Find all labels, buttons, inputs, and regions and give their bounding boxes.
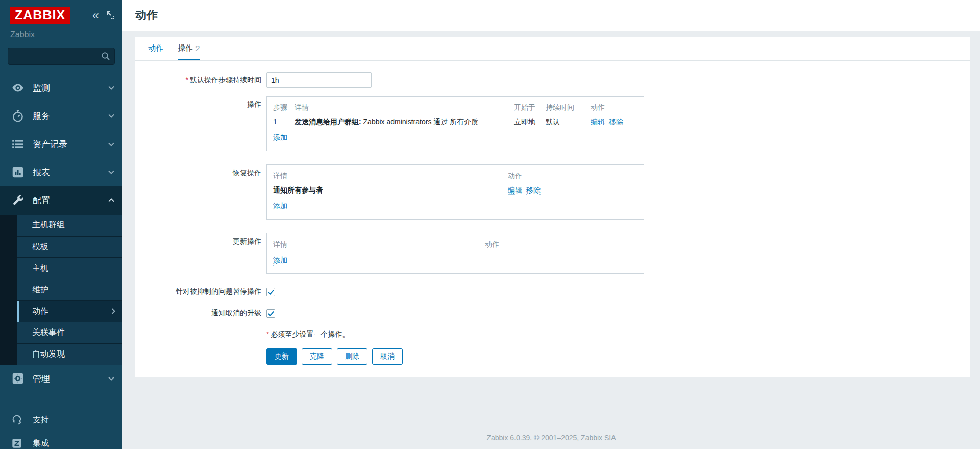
- zabbix-logo[interactable]: ZABBIX: [10, 7, 70, 24]
- pause-suppressed-row: 针对被抑制的问题暂停操作: [148, 287, 958, 296]
- notify-canceled-checkbox[interactable]: [266, 309, 275, 318]
- col-action: 动作: [485, 240, 638, 249]
- sidebar-item-inventory[interactable]: 资产记录: [0, 130, 122, 158]
- submenu-item-hosts[interactable]: 主机: [17, 257, 122, 279]
- delete-button[interactable]: 删除: [337, 348, 368, 365]
- wrench-icon: [11, 194, 24, 207]
- z-icon: [11, 438, 22, 449]
- search-input[interactable]: [8, 48, 115, 65]
- sidebar-item-support[interactable]: 支持: [0, 408, 122, 432]
- sidebar-item-label: 资产记录: [33, 138, 108, 150]
- sidebar-footer-menu: 支持 集成: [0, 408, 122, 449]
- add-update-operation-link[interactable]: 添加: [273, 256, 287, 266]
- update-operations-table: 详情 动作 添加: [266, 233, 644, 274]
- default-duration-input[interactable]: [266, 72, 372, 88]
- page-title: 动作: [135, 8, 158, 23]
- sidebar: ZABBIX « Zabbix 监测 服务: [0, 0, 122, 449]
- chevron-down-icon: [108, 170, 114, 174]
- zabbix-sia-link[interactable]: Zabbix SIA: [581, 434, 616, 442]
- sidebar-item-configuration[interactable]: 配置: [0, 186, 122, 215]
- pause-suppressed-label: 针对被抑制的问题暂停操作: [148, 287, 266, 296]
- col-action: 动作: [591, 103, 638, 112]
- required-note: *必须至少设置一个操作。: [266, 330, 349, 339]
- chevron-down-icon: [108, 114, 114, 118]
- stopwatch-icon: [11, 109, 24, 123]
- sidebar-header: ZABBIX «: [0, 0, 122, 27]
- submenu-item-maintenance[interactable]: 维护: [17, 279, 122, 300]
- sidebar-item-administration[interactable]: 管理: [0, 365, 122, 393]
- submenu-item-host-groups[interactable]: 主机群组: [17, 215, 122, 236]
- tab-label: 操作: [178, 43, 193, 53]
- tab-label: 动作: [148, 43, 163, 53]
- remove-link[interactable]: 移除: [526, 186, 541, 195]
- chevron-down-icon: [108, 86, 114, 90]
- sidebar-item-integrations[interactable]: 集成: [0, 432, 122, 449]
- sidebar-item-label: 管理: [33, 373, 108, 385]
- brand-name: Zabbix: [0, 27, 122, 40]
- submenu-item-templates[interactable]: 模板: [17, 236, 122, 257]
- sidebar-item-label: 监测: [33, 82, 108, 94]
- recovery-table-header: 详情 动作: [273, 169, 638, 183]
- collapse-sidebar-icon[interactable]: «: [92, 9, 99, 21]
- headset-icon: [11, 414, 22, 426]
- pause-suppressed-checkbox[interactable]: [266, 288, 275, 296]
- sidebar-item-label: 服务: [33, 110, 108, 122]
- col-action: 动作: [508, 172, 638, 181]
- recovery-operations-label: 恢复操作: [148, 164, 266, 178]
- sidebar-item-label: 集成: [33, 438, 114, 449]
- bar-chart-icon: [11, 166, 24, 179]
- submenu-item-discovery[interactable]: 自动发现: [17, 343, 122, 365]
- sidebar-item-reports[interactable]: 报表: [0, 158, 122, 186]
- sidebar-item-services[interactable]: 服务: [0, 102, 122, 130]
- recovery-operations-table: 详情 动作 通知所有参与者 编辑移除 添加: [266, 164, 644, 220]
- sidebar-item-monitoring[interactable]: 监测: [0, 74, 122, 102]
- clone-button[interactable]: 克隆: [302, 348, 332, 365]
- cancel-button[interactable]: 取消: [372, 348, 403, 365]
- gear-icon: [11, 372, 24, 385]
- operations-table: 步骤 详情 开始于 持续时间 动作 1 发送消息给用户群组: Zabbix ad…: [266, 96, 644, 151]
- remove-link[interactable]: 移除: [609, 117, 623, 126]
- sidebar-item-label: 报表: [33, 167, 108, 178]
- col-duration: 持续时间: [546, 103, 591, 112]
- submenu-item-label: 动作: [32, 306, 111, 317]
- tab-bar: 动作 操作 2: [135, 37, 970, 61]
- operation-step: 1: [273, 117, 295, 126]
- tab-action[interactable]: 动作: [148, 37, 163, 60]
- edit-link[interactable]: 编辑: [591, 117, 605, 126]
- default-duration-label: *默认操作步骤持续时间: [148, 76, 266, 85]
- operation-type: 发送消息给用户群组:: [295, 117, 361, 126]
- submenu-item-label: 关联事件: [32, 327, 115, 338]
- col-step: 步骤: [273, 103, 295, 112]
- operation-duration: 默认: [546, 117, 591, 127]
- operations-table-header: 步骤 详情 开始于 持续时间 动作: [273, 101, 638, 115]
- chevron-down-icon: [108, 142, 114, 146]
- operation-table-row: 1 发送消息给用户群组: Zabbix administrators 通过 所有…: [273, 115, 638, 129]
- submenu-item-label: 主机群组: [32, 220, 115, 230]
- col-details: 详情: [273, 172, 508, 181]
- sidebar-menu: 监测 服务 资产记录 报表: [0, 74, 122, 393]
- col-start-in: 开始于: [514, 103, 546, 112]
- action-edit-card: 动作 操作 2 *默认操作步骤持续时间 操作 步骤: [135, 37, 970, 377]
- update-operations-label: 更新操作: [148, 233, 266, 246]
- submenu-item-event-correlation[interactable]: 关联事件: [17, 322, 122, 343]
- add-recovery-operation-link[interactable]: 添加: [273, 202, 287, 211]
- col-details: 详情: [295, 103, 514, 112]
- operation-details: 发送消息给用户群组: Zabbix administrators 通过 所有介质: [295, 117, 514, 127]
- edit-link[interactable]: 编辑: [508, 186, 522, 195]
- expand-sidebar-icon[interactable]: [106, 11, 115, 20]
- page-footer: Zabbix 6.0.39. © 2001–2025, Zabbix SIA: [122, 434, 980, 449]
- submenu-item-actions[interactable]: 动作: [17, 300, 122, 322]
- add-operation-link[interactable]: 添加: [273, 133, 287, 143]
- recovery-table-row: 通知所有参与者 编辑移除: [273, 183, 638, 198]
- required-asterisk: *: [186, 76, 188, 84]
- update-button[interactable]: 更新: [266, 348, 297, 365]
- recovery-operations-row: 恢复操作 详情 动作 通知所有参与者 编辑移除 添加: [148, 164, 958, 220]
- note-row: *必须至少设置一个操作。: [148, 330, 958, 339]
- recovery-operation-actions: 编辑移除: [508, 186, 638, 195]
- recovery-add-row: 添加: [273, 198, 638, 214]
- update-add-row: 添加: [273, 252, 638, 268]
- submenu-item-label: 主机: [32, 263, 115, 274]
- search-icon[interactable]: [101, 52, 110, 61]
- sidebar-item-label: 支持: [33, 415, 114, 426]
- tab-operations[interactable]: 操作 2: [178, 37, 200, 60]
